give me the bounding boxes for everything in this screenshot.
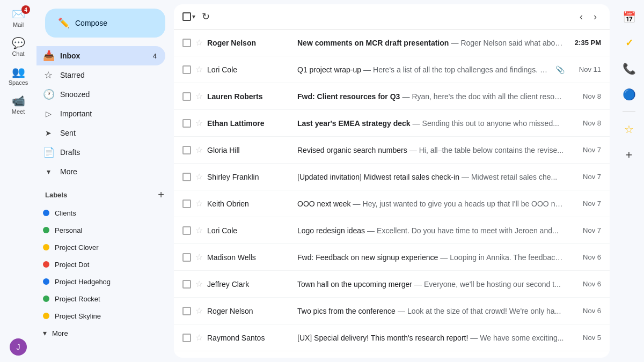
row-checkbox[interactable] <box>182 253 191 262</box>
plus-icon: + <box>626 148 633 162</box>
nav-item-sent[interactable]: ➤ Sent <box>36 123 165 143</box>
email-row[interactable]: ☆ Raymond Santos [UX] Special delivery! … <box>174 324 610 351</box>
row-checkbox[interactable] <box>182 200 191 208</box>
calendar-icon: 📅 <box>623 11 636 24</box>
rail-chat[interactable]: 💬 Chat <box>3 33 33 60</box>
label-project-dot-text: Project Dot <box>55 261 89 269</box>
email-dash: — <box>363 65 371 74</box>
row-checkbox[interactable] <box>182 307 191 315</box>
email-row[interactable]: ☆ Gloria Hill Revised organic search num… <box>174 137 610 164</box>
label-item-project-dot[interactable]: Project Dot <box>36 256 165 273</box>
email-row[interactable]: ☆ Lori Cole Logo redesign ideas — Excell… <box>174 217 610 244</box>
sender-name: Madison Wells <box>207 253 293 262</box>
select-all-checkbox[interactable]: ▾ <box>182 12 195 21</box>
row-star[interactable]: ☆ <box>195 306 203 316</box>
row-star[interactable]: ☆ <box>195 333 203 343</box>
next-page-button[interactable]: › <box>589 9 601 25</box>
label-project-hedgehog-text: Project Hedgehog <box>55 278 111 286</box>
nav-item-important[interactable]: ▷ Important <box>36 104 165 123</box>
row-star[interactable]: ☆ <box>195 145 203 155</box>
email-subject: Two pics from the conference <box>297 307 396 315</box>
nav-item-inbox[interactable]: 📥 Inbox 4 <box>36 46 165 65</box>
row-checkbox[interactable] <box>182 92 191 101</box>
project-clover-dot <box>43 244 49 250</box>
label-item-clients[interactable]: Clients <box>36 204 165 221</box>
labels-more-item[interactable]: ▾ More <box>36 324 165 342</box>
email-row[interactable]: ☆ Shirley Franklin [Updated invitation] … <box>174 164 610 190</box>
calendar-button[interactable]: 📅 <box>618 6 640 28</box>
email-row[interactable]: ☆ Madison Wells Fwd: Feedback on new sig… <box>174 244 610 271</box>
email-row[interactable]: ☆ Roger Nelson Two pics from the confere… <box>174 298 610 324</box>
label-item-project-skyline[interactable]: Project Skyline <box>36 307 165 324</box>
sender-name: Keith Obrien <box>207 200 293 208</box>
email-row[interactable]: ☆ Lauren, me 2 Re: Project Skylight 1-pa… <box>174 351 610 358</box>
nav-item-more[interactable]: ▾ More <box>36 162 165 181</box>
email-subject: Q1 project wrap-up <box>297 65 361 74</box>
email-date: Nov 8 <box>569 92 601 100</box>
email-content: Revised organic search numbers — Hi, all… <box>297 146 565 154</box>
drafts-icon: 📄 <box>43 146 54 158</box>
nav-item-snoozed[interactable]: 🕐 Snoozed <box>36 85 165 104</box>
email-dash: — <box>409 146 417 154</box>
refresh-button[interactable]: ↻ <box>200 9 212 25</box>
add-label-button[interactable]: + <box>157 188 165 202</box>
row-star[interactable]: ☆ <box>195 279 203 289</box>
email-row[interactable]: ☆ Keith Obrien OOO next week — Hey, just… <box>174 190 610 217</box>
rail-mail[interactable]: 4 ✉️ Mail <box>3 4 33 31</box>
tasks-button[interactable]: ✓ <box>618 32 640 54</box>
row-checkbox[interactable] <box>182 280 191 289</box>
inbox-count: 4 <box>153 52 157 60</box>
row-star[interactable]: ☆ <box>195 38 203 48</box>
email-date: Nov 6 <box>569 280 601 288</box>
sent-icon: ➤ <box>43 129 54 137</box>
email-row[interactable]: ☆ Ethan Lattimore Last year's EMEA strat… <box>174 110 610 137</box>
nav-drafts-label: Drafts <box>60 148 157 157</box>
contacts-button[interactable]: 📞 <box>618 58 640 79</box>
email-row[interactable]: ☆ Lori Cole Q1 project wrap-up — Here's … <box>174 56 610 83</box>
row-star[interactable]: ☆ <box>195 172 203 182</box>
email-meta: Nov 5 <box>569 334 601 342</box>
row-star[interactable]: ☆ <box>195 118 203 128</box>
user-avatar[interactable]: J <box>10 338 27 356</box>
row-star[interactable]: ☆ <box>195 91 203 101</box>
row-star[interactable]: ☆ <box>195 64 203 75</box>
label-item-project-clover[interactable]: Project Clover <box>36 239 165 256</box>
row-checkbox[interactable] <box>182 146 191 154</box>
row-checkbox[interactable] <box>182 173 191 181</box>
row-checkbox[interactable] <box>182 119 191 128</box>
important-icon: ▷ <box>43 109 54 118</box>
row-checkbox[interactable] <box>182 226 191 235</box>
email-content: [Updated invitation] Midwest retail sale… <box>297 173 565 181</box>
row-star[interactable]: ☆ <box>195 198 203 209</box>
attachment-icon: 📎 <box>555 65 565 74</box>
rail-mail-label: Mail <box>13 21 24 28</box>
add-apps-button[interactable]: + <box>618 144 640 166</box>
row-checkbox[interactable] <box>182 65 191 74</box>
nav-item-drafts[interactable]: 📄 Drafts <box>36 143 165 162</box>
prev-page-button[interactable]: ‹ <box>575 9 587 25</box>
email-dash: — <box>470 334 478 342</box>
label-item-project-hedgehog[interactable]: Project Hedgehog <box>36 273 165 290</box>
email-meta: Nov 6 <box>569 280 601 288</box>
email-dash: — <box>398 307 405 315</box>
nav-item-starred[interactable]: ☆ Starred <box>36 65 165 85</box>
project-rocket-dot <box>43 295 49 302</box>
sender-name: Gloria Hill <box>207 146 293 154</box>
label-item-project-rocket[interactable]: Project Rocket <box>36 290 165 307</box>
row-checkbox[interactable] <box>182 39 191 47</box>
email-date: Nov 11 <box>569 65 601 73</box>
email-row[interactable]: ☆ Lauren Roberts Fwd: Client resources f… <box>174 83 610 110</box>
email-content: OOO next week — Hey, just wanted to give… <box>297 200 565 208</box>
email-row[interactable]: ☆ Roger Nelson New comments on MCR draft… <box>174 29 610 56</box>
rail-spaces[interactable]: 👥 Spaces <box>3 62 33 89</box>
email-row[interactable]: ☆ Jeffrey Clark Town hall on the upcomin… <box>174 271 610 298</box>
compose-button[interactable]: ✏️ Compose <box>45 9 165 38</box>
row-star[interactable]: ☆ <box>195 225 203 235</box>
star-tasks-button[interactable]: ☆ <box>618 119 640 140</box>
label-item-personal[interactable]: Personal <box>36 221 165 239</box>
row-star[interactable]: ☆ <box>195 252 203 262</box>
sender-name: Roger Nelson <box>207 39 293 47</box>
keep-button[interactable]: 🔵 <box>618 84 640 105</box>
rail-meet[interactable]: 📹 Meet <box>3 91 33 118</box>
row-checkbox[interactable] <box>182 334 191 342</box>
